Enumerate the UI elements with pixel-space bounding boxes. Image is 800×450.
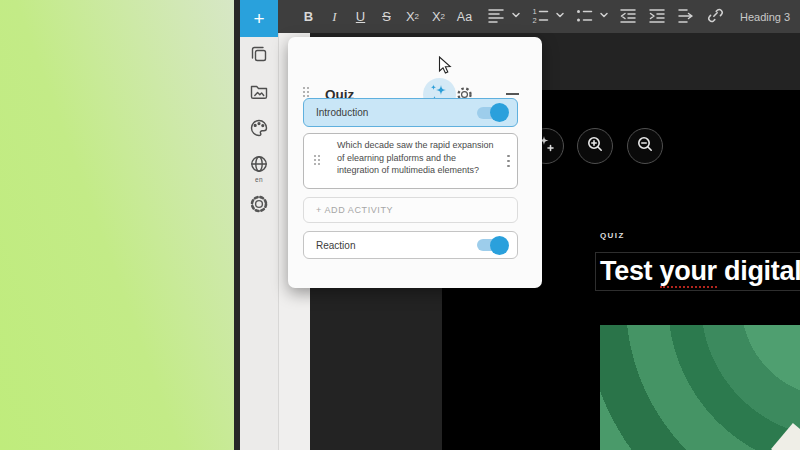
introduction-toggle[interactable]: [477, 107, 507, 119]
superscript-digit: 2: [441, 12, 445, 21]
align-left-icon: [486, 5, 506, 28]
superscript-button[interactable]: X2: [430, 5, 447, 29]
gear-icon: [248, 193, 270, 219]
link-button[interactable]: [705, 5, 725, 29]
subscript-button[interactable]: X2: [404, 5, 421, 29]
bullet-list-icon: [574, 5, 594, 28]
outdent-icon: [618, 5, 638, 28]
question-text: Which decade saw the rapid expansion of …: [331, 134, 500, 188]
add-activity-button[interactable]: + ADD ACTIVITY: [303, 197, 518, 223]
theme-button[interactable]: [240, 116, 278, 144]
heading-word: digital: [724, 256, 800, 286]
chevron-down-icon: [599, 5, 609, 28]
add-activity-label: + ADD ACTIVITY: [316, 205, 393, 215]
subscript-digit: 2: [415, 12, 419, 21]
question-drag-handle[interactable]: [314, 155, 322, 167]
image-corner-detail: [771, 423, 800, 450]
add-page-button[interactable]: +: [240, 0, 278, 37]
reaction-label: Reaction: [316, 240, 355, 251]
bold-button[interactable]: B: [300, 5, 317, 29]
underline-button[interactable]: U: [352, 5, 369, 29]
chevron-down-icon: [555, 5, 565, 28]
subscript-base: X: [406, 9, 415, 24]
slide-kicker-label[interactable]: QUIZ: [600, 231, 625, 240]
layers-button[interactable]: [240, 42, 278, 70]
numbered-list-chevron[interactable]: [555, 5, 565, 29]
zoom-out-icon: [633, 132, 657, 160]
heading-word: Test: [600, 256, 652, 286]
background-gradient: [0, 0, 234, 450]
zoom-in-button[interactable]: [577, 128, 613, 164]
numbered-list-button[interactable]: 1 2: [530, 5, 550, 29]
image-folder-icon: [248, 80, 270, 106]
media-button[interactable]: [240, 79, 278, 107]
slide-image-green-waves[interactable]: [600, 325, 800, 450]
settings-button[interactable]: [240, 192, 278, 220]
bullet-list-button[interactable]: [574, 5, 594, 29]
strikethrough-button[interactable]: S: [378, 5, 395, 29]
heading-word-misspelled: your: [660, 256, 717, 288]
indent-button[interactable]: [647, 5, 667, 29]
bullet-list-chevron[interactable]: [599, 5, 609, 29]
question-card[interactable]: Which decade saw the rapid expansion of …: [303, 133, 518, 189]
outdent-button[interactable]: [618, 5, 638, 29]
numbered-list-icon: 1 2: [530, 5, 550, 28]
question-menu-button[interactable]: [500, 134, 517, 188]
zoom-in-icon: [583, 132, 607, 160]
italic-button[interactable]: I: [326, 5, 343, 29]
text-format-toolbar: B I U S X2 X2 Aa 1 2: [278, 0, 800, 33]
arrow-right-lines-icon: [676, 5, 696, 28]
superscript-base: X: [432, 9, 441, 24]
layers-icon: [248, 43, 270, 69]
language-code-label: en: [240, 176, 278, 183]
heading-style-selector[interactable]: Heading 3: [740, 11, 790, 23]
align-chevron[interactable]: [511, 5, 521, 29]
reaction-row[interactable]: Reaction: [303, 231, 518, 259]
chevron-down-icon: [511, 5, 521, 28]
quiz-panel: Quiz Introduction: [288, 37, 542, 288]
reaction-toggle[interactable]: [477, 239, 507, 251]
left-icon-rail: +: [240, 0, 278, 450]
minimize-panel-button[interactable]: [506, 93, 519, 95]
introduction-row[interactable]: Introduction: [303, 98, 518, 127]
palette-icon: [248, 117, 270, 143]
svg-text:2: 2: [533, 16, 537, 25]
introduction-label: Introduction: [316, 107, 368, 118]
zoom-out-button[interactable]: [627, 128, 663, 164]
indent-icon: [647, 5, 667, 28]
text-direction-button[interactable]: [676, 5, 696, 29]
editor-screen: +: [0, 0, 800, 450]
align-button[interactable]: [486, 5, 506, 29]
font-case-button[interactable]: Aa: [456, 5, 473, 29]
slide-heading-text[interactable]: Test your digital le: [595, 252, 800, 291]
link-icon: [705, 5, 725, 28]
